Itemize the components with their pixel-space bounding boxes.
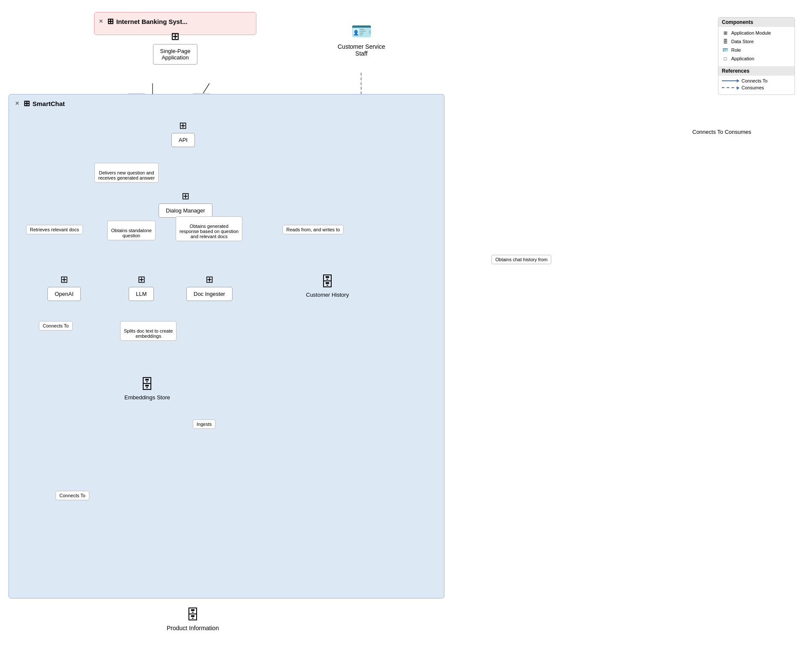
- doc-ingester-node: ⊞ Doc Ingester: [186, 274, 232, 301]
- appmod-legend-icon: ⊞: [722, 30, 729, 36]
- obtains-chat-text: Obtains chat history from: [495, 257, 547, 262]
- obtains-standalone-text: Obtains standalone question: [111, 228, 152, 238]
- api-icon: ⊞: [179, 120, 187, 131]
- legend-item-appmod: ⊞ Application Module: [722, 30, 791, 36]
- openai-box: OpenAI: [47, 287, 81, 301]
- retrieves-text: Retrieves relevant docs: [30, 227, 79, 232]
- dm-icon: ⊞: [182, 191, 189, 202]
- ibs-header: ✕ ⊞ Internet Banking Syst...: [99, 17, 252, 26]
- reads-writes-text: Reads from, and writes to: [286, 227, 340, 232]
- delivers-label: Delivers new question and receives gener…: [94, 163, 159, 183]
- smartchat-box: ✕ ⊞ SmartChat ⊞ API Delivers new questio…: [9, 94, 444, 599]
- connects-to-openai-label: Connects To: [39, 321, 73, 330]
- di-icon: ⊞: [206, 274, 213, 285]
- connects-to-ref-label: Connects To: [741, 78, 768, 83]
- llm-icon: ⊞: [138, 274, 145, 285]
- es-icon: 🗄: [140, 377, 154, 392]
- smartchat-icon: ⊞: [24, 99, 30, 108]
- obtains-generated-text: Obtains generated response based on ques…: [179, 224, 238, 239]
- smartchat-header: ✕ ⊞ SmartChat: [9, 94, 444, 112]
- llm-label: LLM: [136, 291, 147, 297]
- spa-box: Single-Page Application: [153, 44, 198, 65]
- di-label: Doc Ingester: [194, 291, 225, 297]
- legend-ref-connects: Connects To: [722, 78, 791, 83]
- legend-item-application: □ Application: [722, 55, 791, 62]
- smartchat-title: SmartChat: [32, 100, 65, 107]
- css-node: 🪪 Customer Service Staff: [338, 21, 385, 57]
- ch-icon: 🗄: [321, 274, 334, 290]
- application-legend-label: Application: [731, 56, 754, 61]
- main-canvas: ✕ ⊞ Internet Banking Syst... ⊞ Mobile Ap…: [0, 0, 812, 649]
- role-legend-label: Role: [731, 47, 741, 53]
- openai-label: OpenAI: [55, 291, 74, 297]
- connects-consumes-text: Connects To Consumes: [692, 129, 751, 135]
- ingests-label: Ingests: [193, 419, 215, 429]
- splits-doc-text: Splits doc text to create embeddings: [124, 328, 173, 339]
- api-label: API: [179, 137, 188, 143]
- reads-writes-label: Reads from, and writes to: [282, 225, 344, 234]
- connects-consumes-label: Connects To Consumes: [692, 122, 751, 135]
- api-node: ⊞ API: [171, 120, 195, 147]
- connects-to-bottom-text: Connects To: [59, 493, 85, 498]
- appmod-legend-label: Application Module: [731, 30, 771, 35]
- smartchat-close-btn[interactable]: ✕: [15, 100, 19, 106]
- legend-ref-consumes: Consumes: [722, 85, 791, 90]
- legend-panel: Components ⊞ Application Module 🗄 Data S…: [718, 17, 795, 95]
- ibs-icon: ⊞: [107, 17, 114, 26]
- ch-label: Customer History: [306, 292, 349, 298]
- splits-doc-label: Splits doc text to create embeddings: [120, 321, 177, 341]
- datastore-legend-icon: 🗄: [722, 38, 729, 45]
- spa-node: ⊞ Single-Page Application: [153, 30, 198, 65]
- embeddings-store-node: 🗄 Embeddings Store: [124, 377, 170, 401]
- llm-box: LLM: [129, 287, 154, 301]
- ibs-title: Internet Banking Syst...: [116, 18, 188, 25]
- pi-label: Product Information: [167, 625, 219, 631]
- obtains-generated-label: Obtains generated response based on ques…: [176, 216, 242, 241]
- legend-item-role: 🪪 Role: [722, 47, 791, 53]
- connects-to-label-bottom: Connects To: [56, 491, 89, 500]
- ingests-text: Ingests: [197, 422, 212, 427]
- spa-icon: ⊞: [171, 30, 179, 42]
- dm-label: Dialog Manager: [166, 207, 205, 214]
- legend-item-datastore: 🗄 Data Store: [722, 38, 791, 45]
- datastore-legend-label: Data Store: [731, 39, 754, 44]
- application-legend-icon: □: [722, 55, 729, 62]
- role-legend-icon: 🪪: [722, 47, 729, 53]
- legend-refs: Connects To Consumes: [718, 76, 794, 94]
- legend-components-title: Components: [718, 18, 794, 27]
- openai-icon: ⊞: [60, 274, 68, 285]
- dashed-arrow-icon: [722, 87, 739, 88]
- ibs-box: ✕ ⊞ Internet Banking Syst... ⊞ Mobile Ap…: [94, 12, 256, 35]
- spa-label: Single-Page Application: [160, 48, 191, 61]
- pi-icon: 🗄: [186, 607, 200, 623]
- dm-box: Dialog Manager: [159, 204, 212, 218]
- solid-arrow-icon: [722, 80, 739, 81]
- es-label: Embeddings Store: [124, 394, 170, 401]
- connects-to-openai-text: Connects To: [43, 323, 69, 328]
- css-label: Customer Service Staff: [338, 43, 385, 57]
- openai-node: ⊞ OpenAI: [47, 274, 81, 301]
- api-box: API: [171, 133, 195, 147]
- css-icon: 🪪: [338, 21, 385, 41]
- consumes-ref-label: Consumes: [741, 85, 764, 90]
- legend-items: ⊞ Application Module 🗄 Data Store 🪪 Role…: [718, 27, 794, 66]
- llm-node: ⊞ LLM: [129, 274, 154, 301]
- legend-refs-title: References: [718, 66, 794, 76]
- ibs-close-btn[interactable]: ✕: [99, 18, 103, 24]
- retrieves-label: Retrieves relevant docs: [26, 225, 83, 234]
- obtains-chat-label: Obtains chat history from: [491, 255, 551, 264]
- di-box: Doc Ingester: [186, 287, 232, 301]
- product-info-node: 🗄 Product Information: [167, 607, 219, 631]
- dialog-manager-node: ⊞ Dialog Manager: [159, 191, 212, 218]
- obtains-standalone-label: Obtains standalone question: [107, 221, 156, 240]
- delivers-text: Delivers new question and receives gener…: [98, 170, 155, 180]
- customer-history-node: 🗄 Customer History: [306, 274, 349, 298]
